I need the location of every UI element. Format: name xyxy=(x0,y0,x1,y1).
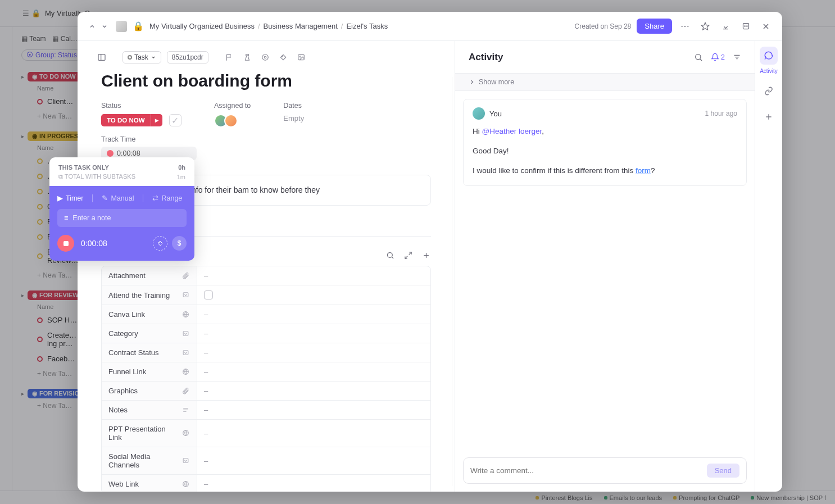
activity-show-more[interactable]: Show more xyxy=(455,74,755,91)
cf-name: Notes xyxy=(108,406,128,414)
cf-value[interactable]: – xyxy=(204,387,208,395)
svg-marker-1 xyxy=(701,22,709,30)
svg-line-18 xyxy=(409,252,411,254)
cf-name: Social Media Channels xyxy=(108,452,178,469)
cf-value[interactable]: – xyxy=(204,310,208,319)
cf-type-icon xyxy=(182,429,190,437)
cf-type-icon xyxy=(182,330,190,338)
timer-billable-button[interactable]: $ xyxy=(172,236,187,251)
expand-button[interactable] xyxy=(738,19,753,34)
cf-value[interactable]: – xyxy=(204,329,208,338)
tag-icon[interactable] xyxy=(277,51,289,63)
track-time-label: Track Time xyxy=(101,135,431,143)
close-button[interactable] xyxy=(759,19,773,34)
dependency-icon[interactable] xyxy=(259,51,271,63)
custom-field-row[interactable]: Graphics– xyxy=(102,382,430,401)
custom-field-row[interactable]: Attend the Training xyxy=(102,285,430,305)
send-button[interactable]: Send xyxy=(707,464,739,478)
share-button[interactable]: Share xyxy=(637,19,672,34)
task-title[interactable]: Client on boarding form xyxy=(101,71,431,90)
timer-elapsed: 0:00:08 xyxy=(81,239,107,248)
timer-tab-manual[interactable]: ✎ Manual xyxy=(102,194,134,202)
custom-field-row[interactable]: Notes– xyxy=(102,401,430,420)
task-type-selector[interactable]: Task xyxy=(122,51,161,63)
dates-value[interactable]: Empty xyxy=(283,114,304,122)
svg-rect-25 xyxy=(183,331,188,335)
custom-field-row[interactable]: Canva Link– xyxy=(102,305,430,324)
crumb-workspace[interactable]: My Virtually Organized Business xyxy=(149,22,255,30)
cf-add-button[interactable] xyxy=(421,250,431,260)
timer-tab-range[interactable]: ⇄ Range xyxy=(152,194,182,202)
cf-type-icon xyxy=(182,368,190,376)
rail-activity-button[interactable] xyxy=(760,47,778,65)
dates-label: Dates xyxy=(283,102,304,110)
timer-scope-label: THIS TASK ONLY xyxy=(58,164,109,171)
activity-title: Activity xyxy=(469,52,503,63)
timer-note-input[interactable]: ≡ Enter a note xyxy=(57,209,187,227)
avatar[interactable] xyxy=(224,114,238,128)
note-icon: ≡ xyxy=(64,214,68,222)
custom-field-row[interactable]: Contract Status– xyxy=(102,343,430,362)
panel-toggle-button[interactable] xyxy=(96,51,108,63)
custom-field-row[interactable]: Social Media Channels– xyxy=(102,447,430,475)
lock-icon: 🔒 xyxy=(133,21,144,31)
cf-value[interactable]: – xyxy=(204,406,208,414)
task-id[interactable]: 85zu1pcdr xyxy=(167,51,208,63)
cf-value[interactable]: – xyxy=(204,480,208,488)
flag-icon[interactable] xyxy=(223,51,235,63)
checkbox-empty[interactable] xyxy=(204,290,213,299)
timer-tag-button[interactable] xyxy=(153,236,167,251)
svg-line-17 xyxy=(392,257,393,258)
svg-point-15 xyxy=(299,56,301,57)
custom-field-row[interactable]: Category– xyxy=(102,324,430,343)
crumb-space[interactable]: Business Management xyxy=(264,22,338,30)
cf-name: Canva Link xyxy=(108,310,145,319)
custom-field-row[interactable]: Web Link– xyxy=(102,475,430,492)
comment[interactable]: You 1 hour ago Hi @Heather loerger, Good… xyxy=(463,99,747,186)
timer-subtask-label: ⧉ TOTAL WITH SUBTASKS xyxy=(58,173,135,180)
complete-toggle[interactable]: ✓ xyxy=(169,114,181,126)
cf-name: Category xyxy=(108,329,138,338)
mention[interactable]: @Heather loerger xyxy=(482,127,542,135)
cf-type-icon xyxy=(182,406,190,414)
assignee-avatars[interactable] xyxy=(214,114,251,128)
rail-link-button[interactable] xyxy=(760,82,778,100)
cf-value[interactable]: – xyxy=(204,348,208,357)
comment-input[interactable] xyxy=(470,466,707,475)
timer-stop-button[interactable] xyxy=(57,235,74,252)
image-icon[interactable] xyxy=(295,51,307,63)
nav-prev-button[interactable] xyxy=(87,21,98,32)
cf-value[interactable]: – xyxy=(204,429,208,438)
favorite-button[interactable] xyxy=(698,19,713,34)
more-menu-button[interactable]: ⋯ xyxy=(678,19,692,34)
activity-notif-button[interactable]: 2 xyxy=(711,53,725,61)
cf-type-icon xyxy=(182,480,190,488)
status-button[interactable]: TO DO NOW ▸ xyxy=(101,114,162,126)
comment-link[interactable]: form xyxy=(636,166,651,175)
cf-expand-button[interactable] xyxy=(403,250,413,260)
cf-type-icon xyxy=(182,349,190,357)
custom-field-row[interactable]: Funnel Link– xyxy=(102,362,430,382)
svg-point-4 xyxy=(745,26,745,26)
custom-field-row[interactable]: PPT Presentation Link– xyxy=(102,420,430,447)
activity-search-button[interactable] xyxy=(694,53,703,62)
sprint-icon[interactable] xyxy=(241,51,253,63)
crumb-list[interactable]: Eizel's Tasks xyxy=(346,22,388,30)
timer-scope-value: 0h xyxy=(178,164,185,171)
cf-name: Web Link xyxy=(108,480,139,488)
created-date: Created on Sep 28 xyxy=(575,22,632,30)
status-next-button[interactable]: ▸ xyxy=(151,114,162,126)
custom-field-row[interactable]: Attachment– xyxy=(102,266,430,285)
minimize-button[interactable] xyxy=(718,19,733,34)
activity-filter-button[interactable] xyxy=(733,53,741,61)
timer-tab-timer[interactable]: ▶ Timer xyxy=(57,194,83,202)
nav-next-button[interactable] xyxy=(99,21,110,32)
cf-search-button[interactable] xyxy=(385,250,395,260)
svg-point-37 xyxy=(695,54,700,59)
cf-value[interactable]: – xyxy=(204,457,208,465)
rail-add-button[interactable] xyxy=(760,108,778,126)
cf-value[interactable]: – xyxy=(204,367,208,376)
svg-point-16 xyxy=(387,252,392,257)
svg-rect-22 xyxy=(183,293,188,297)
cf-value[interactable]: – xyxy=(204,271,208,280)
